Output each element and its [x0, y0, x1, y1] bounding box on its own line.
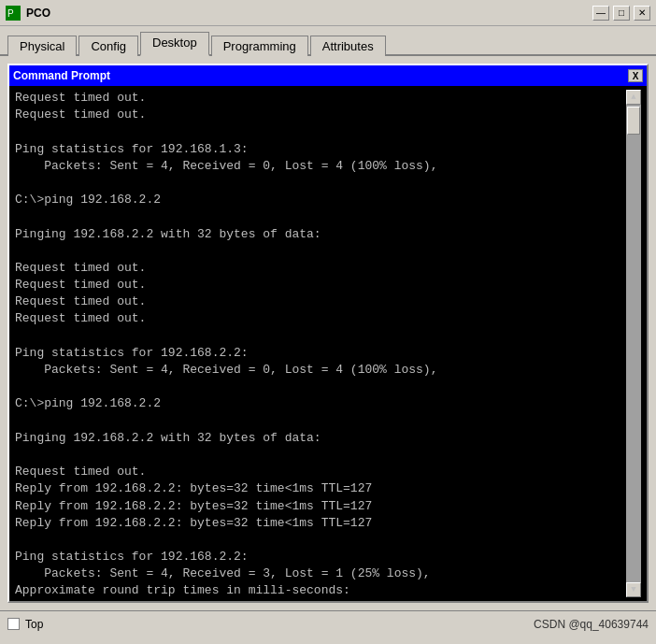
cmd-output: Request timed out. Request timed out. Pi… — [15, 90, 626, 597]
cmd-title-text: Command Prompt — [13, 69, 110, 82]
window-controls: — □ ✕ — [592, 6, 650, 21]
tab-bar: Physical Config Desktop Programming Attr… — [0, 26, 656, 56]
title-bar: P PCO — □ ✕ — [0, 0, 656, 26]
scroll-thumb[interactable] — [627, 107, 640, 135]
tab-config[interactable]: Config — [78, 36, 138, 56]
status-bar: Top CSDN @qq_40639744 — [0, 610, 656, 637]
cmd-close-button[interactable]: X — [628, 69, 643, 82]
scroll-track[interactable] — [626, 105, 641, 582]
minimize-button[interactable]: — — [592, 6, 609, 21]
main-content: Command Prompt X Request timed out. Requ… — [0, 56, 656, 610]
tab-physical[interactable]: Physical — [7, 36, 77, 56]
svg-text:P: P — [7, 8, 14, 19]
app-icon: P — [6, 6, 21, 21]
scroll-down-button[interactable]: ▼ — [626, 582, 641, 597]
scroll-up-button[interactable]: ▲ — [626, 90, 641, 105]
top-label: Top — [25, 618, 43, 631]
cmd-body: Request timed out. Request timed out. Pi… — [9, 86, 647, 601]
tab-desktop[interactable]: Desktop — [140, 32, 209, 56]
tab-attributes[interactable]: Attributes — [310, 36, 386, 56]
close-button[interactable]: ✕ — [634, 6, 650, 21]
cmd-window: Command Prompt X Request timed out. Requ… — [7, 64, 649, 603]
window-title: PCO — [26, 7, 592, 20]
cmd-title-bar: Command Prompt X — [9, 65, 647, 86]
watermark-text: CSDN @qq_40639744 — [534, 618, 649, 631]
tab-programming[interactable]: Programming — [211, 36, 308, 56]
top-checkbox[interactable] — [7, 618, 20, 630]
status-left: Top — [7, 618, 43, 631]
maximize-button[interactable]: □ — [613, 6, 630, 21]
scrollbar[interactable]: ▲ ▼ — [626, 90, 641, 597]
